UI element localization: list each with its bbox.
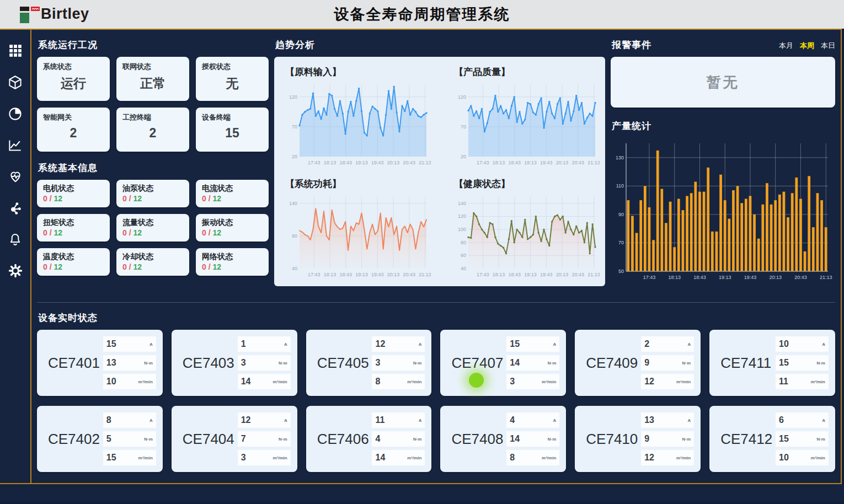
card-label: 流量状态 xyxy=(122,218,183,228)
metric-row: 4A xyxy=(506,412,559,428)
svg-text:80: 80 xyxy=(461,240,466,245)
info-card: 冷却状态0 / 12 xyxy=(116,248,189,276)
metric-unit: N·m xyxy=(548,437,557,442)
metric-unit: m³/min xyxy=(138,455,153,460)
device-card-ce7405[interactable]: CE7405 12A 3N·m 8m³/min xyxy=(306,330,432,396)
system-status-title: 系统运行工况 xyxy=(38,39,269,51)
metric-value: 12 xyxy=(241,415,251,425)
cube-icon[interactable] xyxy=(8,74,23,90)
svg-text:20: 20 xyxy=(461,154,466,159)
metric-unit: N·m xyxy=(144,361,153,366)
chart-raw-input: 【原料输入】 17:4318:1318:4319:1319:4320:1320:… xyxy=(284,63,431,171)
card-label: 系统状态 xyxy=(43,62,104,72)
device-card-ce7404[interactable]: CE7404 12A 7N·m 3m³/min xyxy=(172,406,297,472)
metric-value: 5 xyxy=(106,434,111,444)
page-title: 设备全寿命周期管理系统 xyxy=(0,4,844,24)
device-card-ce7403[interactable]: CE7403 1A 3N·m 14m³/min xyxy=(172,330,297,396)
svg-text:20:13: 20:13 xyxy=(556,160,569,165)
svg-text:18:13: 18:13 xyxy=(493,160,505,165)
metric-row: 14N·m xyxy=(506,431,559,447)
metric-row: 9N·m xyxy=(641,431,694,447)
metric-row: 15m³/min xyxy=(103,450,156,465)
metric-row: 15N·m xyxy=(776,431,829,447)
metric-row: 8m³/min xyxy=(372,374,425,389)
device-card-ce7411[interactable]: CE7411 10A 15N·m 11m³/min xyxy=(709,330,835,396)
count-current: 0 / xyxy=(122,228,131,237)
svg-text:140: 140 xyxy=(289,201,297,206)
svg-text:120: 120 xyxy=(458,94,466,100)
tab-week[interactable]: 本周 xyxy=(800,41,814,51)
device-name: CE7409 xyxy=(586,355,641,372)
count-total: 12 xyxy=(133,228,142,237)
metric-unit: m³/min xyxy=(273,455,287,460)
metric-unit: A xyxy=(419,342,422,347)
topology-icon[interactable] xyxy=(8,200,23,216)
chart-title: 【健康状态】 xyxy=(454,178,600,190)
alarm-empty-card: 暂无 xyxy=(611,57,835,108)
tab-month[interactable]: 本月 xyxy=(779,41,793,51)
metric-unit: A xyxy=(553,418,557,423)
metric-unit: N·m xyxy=(413,361,422,366)
metric-value: 9 xyxy=(644,434,649,444)
metric-value: 15 xyxy=(779,434,789,444)
device-card-ce7409[interactable]: CE7409 2A 9N·m 12m³/min xyxy=(575,330,701,396)
card-label: 振动状态 xyxy=(202,218,263,228)
card-value: 15 xyxy=(202,126,263,141)
metric-value: 14 xyxy=(241,377,251,387)
metric-value: 15 xyxy=(779,358,789,368)
status-card: 工控终端2 xyxy=(116,108,189,152)
metric-unit: N·m xyxy=(682,361,691,366)
device-card-ce7407[interactable]: CE7407 15A 14N·m 3m³/min xyxy=(440,330,566,396)
metric-row: 8A xyxy=(103,412,156,428)
line-chart-icon[interactable] xyxy=(8,137,23,153)
metric-unit: N·m xyxy=(816,361,825,366)
metric-row: 10A xyxy=(776,336,829,352)
card-value: 2 xyxy=(122,126,183,141)
pie-chart-icon[interactable] xyxy=(8,106,23,121)
svg-text:140: 140 xyxy=(458,201,466,206)
info-card: 扭矩状态0 / 12 xyxy=(37,214,110,242)
device-card-ce7401[interactable]: CE7401 15A 13N·m 10m³/min xyxy=(37,330,163,396)
metric-value: 14 xyxy=(510,358,520,368)
count-current: 0 / xyxy=(122,262,131,271)
count-total: 12 xyxy=(212,228,221,237)
svg-text:70: 70 xyxy=(461,124,466,130)
svg-text:19:43: 19:43 xyxy=(744,275,757,280)
device-card-ce7402[interactable]: CE7402 8A 5N·m 15m³/min xyxy=(37,406,163,472)
svg-text:21:13: 21:13 xyxy=(587,160,600,165)
device-card-ce7406[interactable]: CE7406 11A 4N·m 14m³/min xyxy=(306,406,432,472)
app-header: Birtley 设备全寿命周期管理系统 xyxy=(0,0,844,29)
apps-grid-icon[interactable] xyxy=(8,43,23,58)
count-current: 0 / xyxy=(43,194,52,203)
svg-text:90: 90 xyxy=(618,212,624,217)
metric-value: 10 xyxy=(779,453,789,463)
metric-unit: A xyxy=(687,418,691,423)
device-name: CE7412 xyxy=(720,431,776,448)
settings-gear-icon[interactable] xyxy=(8,263,23,278)
device-card-ce7408[interactable]: CE7408 4A 14N·m 8m³/min xyxy=(440,406,566,472)
svg-text:18:13: 18:13 xyxy=(668,275,681,280)
svg-text:19:43: 19:43 xyxy=(371,272,384,277)
metric-value: 11 xyxy=(779,377,788,387)
metric-value: 12 xyxy=(375,339,385,349)
svg-text:19:13: 19:13 xyxy=(355,272,368,277)
metric-row: 12m³/min xyxy=(641,450,694,465)
device-card-ce7410[interactable]: CE7410 13A 9N·m 12m³/min xyxy=(575,406,701,472)
svg-text:19:13: 19:13 xyxy=(524,272,537,277)
svg-text:21:13: 21:13 xyxy=(419,272,431,277)
chart-product-quality: 【产品质量】 17:4318:1318:4319:1319:4320:1320:… xyxy=(453,63,600,171)
metric-row: 3N·m xyxy=(238,355,291,371)
metric-row: 7N·m xyxy=(238,431,291,447)
count-total: 12 xyxy=(133,262,142,271)
svg-text:21:13: 21:13 xyxy=(820,275,832,280)
count-current: 0 / xyxy=(43,228,52,237)
svg-text:90: 90 xyxy=(292,233,297,239)
device-name: CE7401 xyxy=(48,355,103,372)
trend-column: 趋势分析 【原料输入】 17:4318:1318:4319:1319:4320:… xyxy=(274,30,605,298)
health-monitor-icon[interactable] xyxy=(8,169,23,184)
tab-day[interactable]: 本日 xyxy=(821,41,835,51)
metric-unit: N·m xyxy=(816,437,825,442)
svg-text:19:13: 19:13 xyxy=(719,275,731,280)
bell-icon[interactable] xyxy=(8,232,23,247)
device-card-ce7412[interactable]: CE7412 6A 15N·m 10m³/min xyxy=(709,406,835,472)
